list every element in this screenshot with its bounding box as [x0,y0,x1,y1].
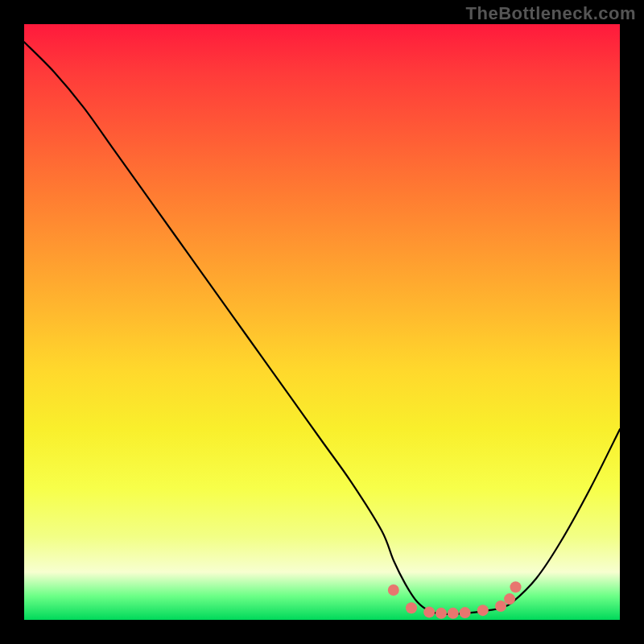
marker-dot [388,584,399,596]
marker-dot [460,607,471,618]
marker-dot [406,602,417,613]
plot-area [24,24,620,620]
marker-dot [504,593,515,605]
marker-dot [510,581,522,592]
marker-dot [448,608,459,619]
marker-dot [495,601,506,612]
chart-svg [24,24,620,620]
chart-frame: TheBottleneck.com [0,0,644,644]
marker-dot [436,608,447,619]
marker-dot [477,605,489,616]
watermark-text: TheBottleneck.com [466,3,636,24]
marker-dot [423,606,435,617]
bottleneck-curve-line [24,42,620,614]
